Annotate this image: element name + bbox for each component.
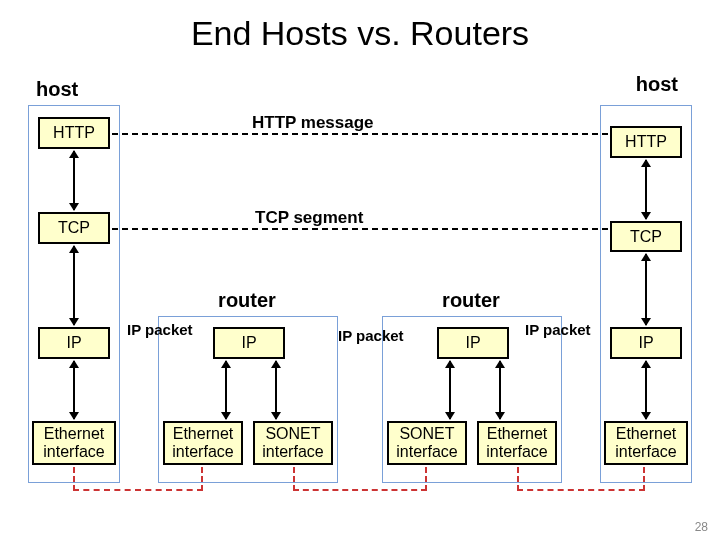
arrow-host-left-tcp-ip: [73, 246, 75, 325]
ip-packet-label-2: IP packet: [338, 327, 404, 344]
host-right-eth: Ethernet interface: [604, 421, 688, 465]
host-left-eth: Ethernet interface: [32, 421, 116, 465]
router-label-right: router: [411, 289, 531, 312]
host-right-http: HTTP: [610, 126, 682, 158]
router-right-eth: Ethernet interface: [477, 421, 557, 465]
http-message-label: HTTP message: [250, 113, 376, 133]
arrow-host-right-tcp-ip: [645, 254, 647, 325]
router-left-eth: Ethernet interface: [163, 421, 243, 465]
arrow-host-left-ip-eth: [73, 361, 75, 419]
router-right-ip: IP: [437, 327, 509, 359]
arrow-router-left-ip-eth: [225, 361, 227, 419]
arrow-router-right-ip-eth: [499, 361, 501, 419]
tcp-segment-label: TCP segment: [253, 208, 365, 228]
arrow-router-left-ip-sonet: [275, 361, 277, 419]
host-left-tcp: TCP: [38, 212, 110, 244]
link-sonet-mid: [293, 467, 427, 491]
page-number: 28: [695, 520, 708, 534]
host-left-ip: IP: [38, 327, 110, 359]
router-left-ip: IP: [213, 327, 285, 359]
arrow-host-right-http-tcp: [645, 160, 647, 219]
host-label-left: host: [36, 78, 78, 101]
tcp-line: [112, 228, 608, 230]
arrow-host-right-ip-eth: [645, 361, 647, 419]
link-eth-right: [517, 467, 645, 491]
router-right-sonet: SONET interface: [387, 421, 467, 465]
ip-packet-label-1: IP packet: [127, 321, 193, 338]
router-label-left: router: [187, 289, 307, 312]
page-title: End Hosts vs. Routers: [0, 14, 720, 53]
host-label-right: host: [636, 73, 678, 96]
host-left-http: HTTP: [38, 117, 110, 149]
arrow-host-left-http-tcp: [73, 151, 75, 210]
arrow-router-right-ip-sonet: [449, 361, 451, 419]
ip-packet-label-3: IP packet: [525, 321, 591, 338]
host-right-ip: IP: [610, 327, 682, 359]
http-line: [112, 133, 608, 135]
host-right-tcp: TCP: [610, 221, 682, 252]
router-left-sonet: SONET interface: [253, 421, 333, 465]
link-eth-left: [73, 467, 203, 491]
